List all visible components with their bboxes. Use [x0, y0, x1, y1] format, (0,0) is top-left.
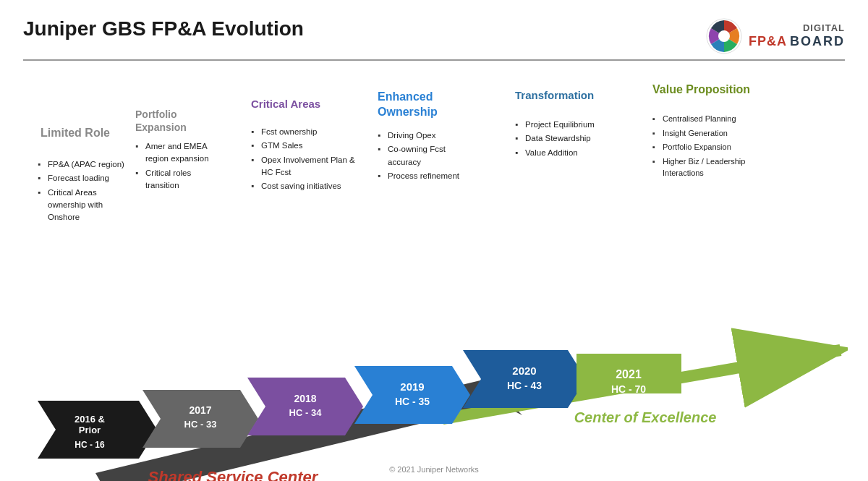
logo-digital: DIGITAL [749, 22, 845, 34]
staircase-svg: 2016 & Prior HC - 16 2017 HC - 33 2018 H… [23, 68, 848, 481]
header-divider [23, 59, 845, 61]
footer: © 2021 Juniper Networks [389, 465, 479, 474]
logo-text: DIGITAL FP&A BOARD [749, 22, 845, 49]
svg-text:HC - 43: HC - 43 [507, 380, 542, 391]
svg-text:2016 &: 2016 & [75, 414, 105, 425]
logo-icon [705, 17, 743, 55]
svg-text:2021: 2021 [616, 368, 642, 380]
svg-marker-16 [354, 366, 470, 424]
svg-text:Prior: Prior [79, 425, 101, 435]
svg-text:2020: 2020 [512, 365, 536, 377]
page-title: Juniper GBS FP&A Evolution [23, 17, 304, 41]
logo-area: DIGITAL FP&A BOARD [705, 17, 845, 55]
svg-text:2018: 2018 [294, 393, 316, 404]
svg-text:HC - 70: HC - 70 [611, 383, 646, 395]
svg-text:HC - 34: HC - 34 [289, 407, 323, 418]
svg-text:HC - 35: HC - 35 [395, 396, 430, 407]
svg-text:2017: 2017 [189, 404, 211, 416]
svg-text:Shared Service Center: Shared Service Center [148, 468, 319, 481]
svg-point-1 [718, 30, 730, 42]
svg-text:2019: 2019 [400, 380, 424, 393]
header: Juniper GBS FP&A Evolution DIGITAL FP&A … [23, 17, 845, 55]
chart-area: Limited Role PortfolioExpansion Critical… [23, 68, 848, 481]
svg-text:HC - 16: HC - 16 [75, 440, 105, 450]
page: Juniper GBS FP&A Evolution DIGITAL FP&A … [0, 0, 868, 481]
svg-marker-19 [463, 350, 586, 408]
logo-fpa: FP&A [749, 34, 787, 50]
svg-text:HC - 33: HC - 33 [184, 419, 217, 430]
svg-text:Center of Excellence: Center of Excellence [574, 409, 717, 425]
logo-board: BOARD [790, 34, 845, 50]
svg-marker-13 [247, 378, 363, 435]
